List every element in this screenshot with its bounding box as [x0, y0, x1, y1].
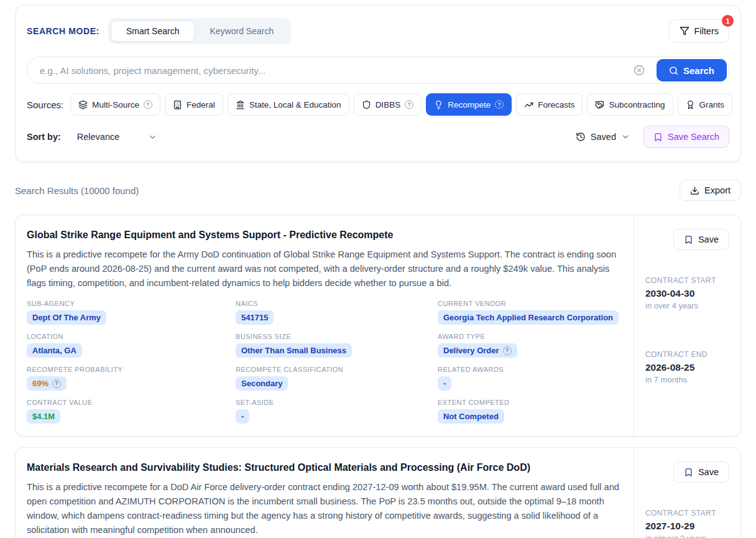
sort-select[interactable]: Relevance — [77, 132, 158, 142]
save-result-label: Save — [698, 467, 719, 477]
field-value-badge: Atlanta, GA — [27, 343, 82, 358]
field-label: RECOMPETE CLASSIFICATION — [236, 366, 438, 373]
filters-label: Filters — [694, 26, 719, 36]
field-label: NAICS — [236, 300, 438, 307]
search-panel: SEARCH MODE: Smart Search Keyword Search… — [15, 5, 741, 162]
search-bar: Search — [27, 57, 729, 84]
page: SEARCH MODE: Smart Search Keyword Search… — [0, 0, 756, 538]
result-card-rail: Save CONTRACT START 2030-04-30 in over 4… — [634, 215, 740, 436]
layers-icon — [78, 100, 88, 109]
field-label: LOCATION — [27, 333, 236, 340]
help-icon: ? — [144, 100, 152, 109]
tab-smart-search[interactable]: Smart Search — [111, 21, 195, 42]
tab-keyword-search[interactable]: Keyword Search — [195, 21, 288, 42]
search-mode-toggle: Smart Search Keyword Search — [108, 18, 291, 44]
source-chip-label: Multi-Source — [92, 100, 139, 109]
field-label: BUSINESS SIZE — [236, 333, 438, 340]
field-set-aside: SET-ASIDE - — [236, 399, 438, 424]
sort-row-right-controls: Saved Save Search — [576, 126, 729, 148]
export-button[interactable]: Export — [680, 180, 741, 201]
filters-button[interactable]: Filters — [669, 19, 729, 43]
contract-end-relative: in 7 months — [645, 375, 729, 384]
help-icon: ? — [52, 379, 61, 388]
lightbulb-icon — [434, 100, 443, 109]
bookmark-icon — [653, 132, 663, 142]
history-icon — [576, 132, 586, 142]
field-value-badge: 541715 — [236, 310, 274, 325]
field-related-awards: RELATED AWARDS - — [438, 366, 621, 391]
field-label: RELATED AWARDS — [438, 366, 621, 373]
landmark-icon — [236, 100, 245, 109]
field-current-vendor: CURRENT VENDOR Georgia Tech Applied Rese… — [438, 300, 621, 325]
source-chip-label: Federal — [187, 100, 215, 109]
contract-start-label: CONTRACT START — [645, 509, 729, 517]
field-value-badge: Delivery Order? — [438, 343, 517, 358]
contract-start-label: CONTRACT START — [645, 276, 729, 285]
save-search-button[interactable]: Save Search — [643, 126, 729, 148]
field-value-badge: - — [438, 376, 451, 391]
download-icon — [690, 186, 699, 195]
source-chip-forecasts[interactable]: Forecasts — [516, 93, 583, 116]
source-chip-subcontracting[interactable]: Subcontracting — [587, 93, 673, 116]
source-chip-grants[interactable]: Grants — [678, 93, 733, 116]
source-chip-recompete[interactable]: Recompete ? — [426, 93, 512, 116]
field-value-badge: $4.1M — [27, 409, 60, 424]
result-description: This is a predictive recompete for a DoD… — [27, 480, 621, 537]
results-summary: Search Results (10000 found) — [15, 185, 139, 196]
result-card-main: Global Strike Range Equipment and System… — [16, 215, 634, 436]
save-result-button[interactable]: Save — [673, 229, 729, 250]
export-label: Export — [704, 185, 731, 195]
save-result-button[interactable]: Save — [673, 461, 729, 483]
contract-start-relative: in almost 2 years — [645, 534, 729, 538]
search-input[interactable] — [27, 57, 729, 84]
result-field-grid: SUB-AGENCY Dept Of The Army NAICS 541715… — [27, 300, 621, 424]
bookmark-icon — [684, 235, 693, 244]
result-card: Global Strike Range Equipment and System… — [15, 215, 741, 437]
field-contract-value: CONTRACT VALUE $4.1M — [27, 399, 236, 424]
award-icon — [686, 100, 695, 109]
source-chip-label: Grants — [699, 100, 725, 109]
contract-start-date: 2027-10-29 — [645, 521, 729, 532]
clear-search-icon[interactable] — [634, 65, 645, 78]
contract-start-group: CONTRACT START 2030-04-30 in over 4 year… — [645, 276, 729, 310]
chevron-down-icon — [148, 132, 157, 142]
field-label: SET-ASIDE — [236, 399, 438, 406]
sources-row: Sources: Multi-Source ? Federal State, L… — [27, 93, 729, 116]
results-header: Search Results (10000 found) Export — [15, 180, 741, 201]
field-value-badge: Secondary — [236, 376, 288, 391]
contract-end-group: CONTRACT END 2026-08-25 in 7 months — [645, 350, 729, 384]
saved-dropdown[interactable]: Saved — [576, 132, 630, 142]
result-card-rail: Save CONTRACT START 2027-10-29 in almost… — [634, 448, 740, 538]
filters-button-wrap: Filters 1 — [669, 19, 729, 43]
field-value-badge: Other Than Small Business — [236, 343, 352, 358]
field-label: SUB-AGENCY — [27, 300, 236, 307]
search-mode-row: SEARCH MODE: Smart Search Keyword Search… — [27, 18, 729, 44]
source-chip-label: Forecasts — [538, 100, 574, 109]
search-button[interactable]: Search — [657, 59, 727, 81]
save-result-label: Save — [698, 234, 719, 244]
source-chip-label: State, Local & Education — [249, 100, 341, 109]
field-value-badge: 69%? — [27, 376, 67, 391]
field-location: LOCATION Atlanta, GA — [27, 333, 236, 358]
building-icon — [173, 100, 182, 109]
field-label: AWARD TYPE — [438, 333, 621, 340]
source-chip-multi-source[interactable]: Multi-Source ? — [70, 93, 160, 116]
field-label: CURRENT VENDOR — [438, 300, 621, 307]
contract-start-date: 2030-04-30 — [645, 288, 729, 299]
handshake-icon — [595, 100, 604, 109]
help-icon: ? — [405, 100, 413, 109]
search-icon — [669, 66, 678, 75]
source-chip-federal[interactable]: Federal — [165, 93, 223, 116]
saved-label: Saved — [591, 132, 616, 142]
sort-row: Sort by: Relevance Saved Save Search — [27, 126, 729, 148]
source-chip-state-local-education[interactable]: State, Local & Education — [228, 93, 349, 116]
search-mode-label: SEARCH MODE: — [27, 26, 99, 36]
source-chip-dibbs[interactable]: DIBBS ? — [354, 93, 422, 116]
result-card: Materials Research and Survivability Stu… — [15, 447, 741, 538]
search-button-label: Search — [683, 65, 714, 76]
contract-end-label: CONTRACT END — [645, 350, 729, 359]
field-sub-agency: SUB-AGENCY Dept Of The Army — [27, 300, 236, 325]
contract-start-group: CONTRACT START 2027-10-29 in almost 2 ye… — [645, 509, 729, 538]
field-label: RECOMPETE PROBABILITY — [27, 366, 236, 373]
chevron-down-icon — [621, 132, 630, 141]
